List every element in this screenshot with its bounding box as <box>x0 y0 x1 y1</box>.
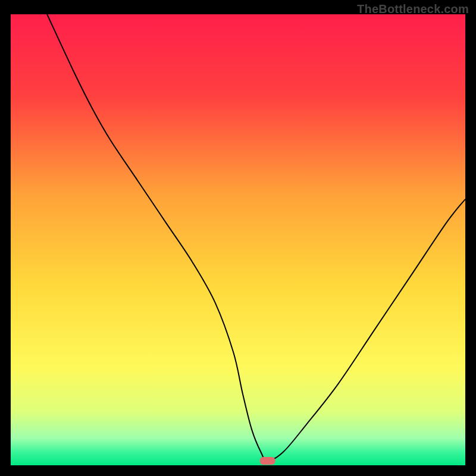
chart-svg <box>11 14 465 465</box>
plot-area <box>11 14 465 465</box>
chart-frame: TheBottleneck.com <box>0 0 476 476</box>
optimal-marker <box>260 457 275 465</box>
